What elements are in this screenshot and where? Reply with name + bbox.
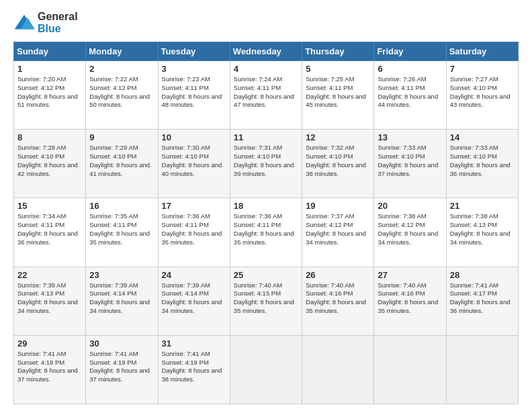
cell-content: Sunrise: 7:34 AMSunset: 4:11 PMDaylight:…	[17, 212, 78, 245]
cell-content: Sunrise: 7:25 AMSunset: 4:11 PMDaylight:…	[306, 75, 366, 108]
day-number: 27	[378, 270, 442, 280]
calendar-week-3: 15Sunrise: 7:34 AMSunset: 4:11 PMDayligh…	[14, 198, 519, 267]
cell-content: Sunrise: 7:39 AMSunset: 4:14 PMDaylight:…	[89, 281, 150, 314]
calendar-cell: 3Sunrise: 7:23 AMSunset: 4:11 PMDaylight…	[158, 61, 230, 130]
header: General Blue	[13, 11, 519, 35]
cell-content: Sunrise: 7:36 AMSunset: 4:11 PMDaylight:…	[234, 212, 294, 245]
header-friday: Friday	[374, 42, 446, 61]
calendar-cell: 14Sunrise: 7:33 AMSunset: 4:10 PMDayligh…	[446, 130, 518, 198]
cell-content: Sunrise: 7:39 AMSunset: 4:13 PMDaylight:…	[17, 281, 78, 314]
cell-content: Sunrise: 7:20 AMSunset: 4:12 PMDaylight:…	[17, 75, 78, 108]
calendar-cell: 17Sunrise: 7:36 AMSunset: 4:11 PMDayligh…	[158, 198, 230, 267]
day-number: 7	[450, 64, 515, 74]
day-number: 4	[234, 64, 298, 74]
calendar-cell	[446, 335, 518, 404]
day-number: 6	[378, 64, 442, 74]
cell-content: Sunrise: 7:22 AMSunset: 4:12 PMDaylight:…	[89, 75, 150, 108]
day-number: 15	[17, 201, 82, 211]
calendar-cell: 5Sunrise: 7:25 AMSunset: 4:11 PMDaylight…	[302, 61, 374, 130]
header-tuesday: Tuesday	[158, 42, 230, 61]
calendar-cell: 18Sunrise: 7:36 AMSunset: 4:11 PMDayligh…	[230, 198, 302, 267]
day-number: 25	[234, 270, 298, 280]
calendar-cell: 30Sunrise: 7:41 AMSunset: 4:19 PMDayligh…	[86, 335, 158, 404]
page: General Blue SundayMondayTuesdayWednesda…	[0, 0, 532, 411]
calendar-cell: 11Sunrise: 7:31 AMSunset: 4:10 PMDayligh…	[230, 130, 302, 198]
cell-content: Sunrise: 7:28 AMSunset: 4:10 PMDaylight:…	[17, 144, 78, 177]
calendar-cell: 1Sunrise: 7:20 AMSunset: 4:12 PMDaylight…	[14, 61, 86, 130]
cell-content: Sunrise: 7:23 AMSunset: 4:11 PMDaylight:…	[162, 75, 222, 108]
day-number: 17	[162, 201, 226, 211]
cell-content: Sunrise: 7:33 AMSunset: 4:10 PMDaylight:…	[378, 144, 438, 177]
logo-text: General Blue	[38, 11, 78, 35]
day-number: 31	[162, 338, 226, 349]
calendar-cell: 22Sunrise: 7:39 AMSunset: 4:13 PMDayligh…	[14, 267, 86, 335]
calendar-cell: 16Sunrise: 7:35 AMSunset: 4:11 PMDayligh…	[86, 198, 158, 267]
day-number: 8	[17, 132, 82, 142]
cell-content: Sunrise: 7:38 AMSunset: 4:12 PMDaylight:…	[378, 212, 438, 245]
calendar-week-1: 1Sunrise: 7:20 AMSunset: 4:12 PMDaylight…	[14, 61, 519, 130]
calendar-cell: 4Sunrise: 7:24 AMSunset: 4:11 PMDaylight…	[230, 61, 302, 130]
header-sunday: Sunday	[14, 42, 86, 61]
calendar-cell	[302, 335, 374, 404]
day-number: 5	[306, 64, 370, 74]
calendar-cell	[230, 335, 302, 404]
day-number: 24	[162, 270, 226, 280]
day-number: 13	[378, 132, 442, 142]
cell-content: Sunrise: 7:36 AMSunset: 4:11 PMDaylight:…	[162, 212, 222, 245]
cell-content: Sunrise: 7:41 AMSunset: 4:18 PMDaylight:…	[17, 350, 78, 383]
cell-content: Sunrise: 7:30 AMSunset: 4:10 PMDaylight:…	[162, 144, 222, 177]
header-wednesday: Wednesday	[230, 42, 302, 61]
cell-content: Sunrise: 7:41 AMSunset: 4:19 PMDaylight:…	[162, 350, 222, 383]
cell-content: Sunrise: 7:40 AMSunset: 4:16 PMDaylight:…	[306, 281, 366, 314]
calendar-cell: 9Sunrise: 7:29 AMSunset: 4:10 PMDaylight…	[86, 130, 158, 198]
cell-content: Sunrise: 7:35 AMSunset: 4:11 PMDaylight:…	[89, 212, 150, 245]
cell-content: Sunrise: 7:26 AMSunset: 4:11 PMDaylight:…	[378, 75, 438, 108]
cell-content: Sunrise: 7:33 AMSunset: 4:10 PMDaylight:…	[450, 144, 511, 177]
cell-content: Sunrise: 7:31 AMSunset: 4:10 PMDaylight:…	[234, 144, 294, 177]
day-number: 14	[450, 132, 515, 142]
cell-content: Sunrise: 7:40 AMSunset: 4:16 PMDaylight:…	[378, 281, 438, 314]
cell-content: Sunrise: 7:39 AMSunset: 4:14 PMDaylight:…	[162, 281, 222, 314]
day-number: 11	[234, 132, 298, 142]
day-number: 12	[306, 132, 370, 142]
calendar-cell: 6Sunrise: 7:26 AMSunset: 4:11 PMDaylight…	[374, 61, 446, 130]
calendar-cell: 8Sunrise: 7:28 AMSunset: 4:10 PMDaylight…	[14, 130, 86, 198]
cell-content: Sunrise: 7:40 AMSunset: 4:15 PMDaylight:…	[234, 281, 294, 314]
calendar-table: SundayMondayTuesdayWednesdayThursdayFrid…	[13, 42, 519, 404]
calendar-cell	[374, 335, 446, 404]
day-number: 19	[306, 201, 370, 211]
cell-content: Sunrise: 7:41 AMSunset: 4:17 PMDaylight:…	[450, 281, 511, 314]
calendar-cell: 21Sunrise: 7:38 AMSunset: 4:13 PMDayligh…	[446, 198, 518, 267]
calendar-cell: 7Sunrise: 7:27 AMSunset: 4:10 PMDaylight…	[446, 61, 518, 130]
calendar-cell: 19Sunrise: 7:37 AMSunset: 4:12 PMDayligh…	[302, 198, 374, 267]
cell-content: Sunrise: 7:24 AMSunset: 4:11 PMDaylight:…	[234, 75, 294, 108]
calendar-cell: 31Sunrise: 7:41 AMSunset: 4:19 PMDayligh…	[158, 335, 230, 404]
day-number: 29	[17, 338, 82, 349]
logo: General Blue	[13, 11, 78, 35]
calendar-cell: 15Sunrise: 7:34 AMSunset: 4:11 PMDayligh…	[14, 198, 86, 267]
day-number: 3	[162, 64, 226, 74]
cell-content: Sunrise: 7:37 AMSunset: 4:12 PMDaylight:…	[306, 212, 366, 245]
calendar-cell: 12Sunrise: 7:32 AMSunset: 4:10 PMDayligh…	[302, 130, 374, 198]
calendar-header-row: SundayMondayTuesdayWednesdayThursdayFrid…	[14, 42, 519, 61]
day-number: 1	[17, 64, 82, 74]
calendar-cell: 2Sunrise: 7:22 AMSunset: 4:12 PMDaylight…	[86, 61, 158, 130]
header-thursday: Thursday	[302, 42, 374, 61]
calendar-week-4: 22Sunrise: 7:39 AMSunset: 4:13 PMDayligh…	[14, 267, 519, 335]
header-saturday: Saturday	[446, 42, 518, 61]
calendar-cell: 28Sunrise: 7:41 AMSunset: 4:17 PMDayligh…	[446, 267, 518, 335]
calendar-cell: 20Sunrise: 7:38 AMSunset: 4:12 PMDayligh…	[374, 198, 446, 267]
header-monday: Monday	[86, 42, 158, 61]
cell-content: Sunrise: 7:27 AMSunset: 4:10 PMDaylight:…	[450, 75, 511, 108]
calendar-cell: 13Sunrise: 7:33 AMSunset: 4:10 PMDayligh…	[374, 130, 446, 198]
calendar-cell: 26Sunrise: 7:40 AMSunset: 4:16 PMDayligh…	[302, 267, 374, 335]
day-number: 2	[89, 64, 154, 74]
day-number: 9	[89, 132, 154, 142]
calendar-cell: 29Sunrise: 7:41 AMSunset: 4:18 PMDayligh…	[14, 335, 86, 404]
cell-content: Sunrise: 7:32 AMSunset: 4:10 PMDaylight:…	[306, 144, 366, 177]
calendar-week-5: 29Sunrise: 7:41 AMSunset: 4:18 PMDayligh…	[14, 335, 519, 404]
day-number: 23	[89, 270, 154, 280]
calendar-cell: 27Sunrise: 7:40 AMSunset: 4:16 PMDayligh…	[374, 267, 446, 335]
cell-content: Sunrise: 7:41 AMSunset: 4:19 PMDaylight:…	[89, 350, 150, 383]
day-number: 22	[17, 270, 82, 280]
